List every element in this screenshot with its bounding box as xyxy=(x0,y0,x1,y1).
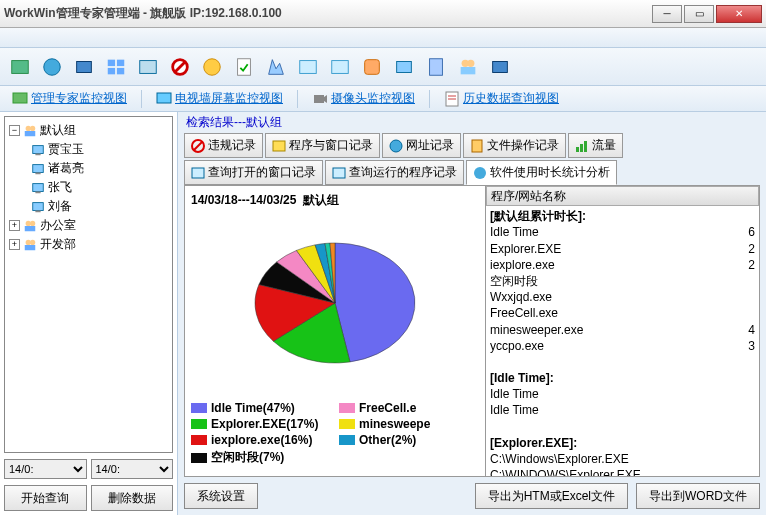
legend-item: 空闲时段(7%) xyxy=(191,449,331,466)
tab-traffic[interactable]: 流量 xyxy=(568,133,623,158)
tab-violation[interactable]: 违规记录 xyxy=(184,133,263,158)
legend-item: Other(2%) xyxy=(339,433,479,447)
legend-item: minesweepe xyxy=(339,417,479,431)
data-header: 程序/网站名称 xyxy=(486,186,759,206)
tb-icon-12[interactable] xyxy=(358,53,386,81)
minimize-button[interactable]: ─ xyxy=(652,5,682,23)
svg-point-48 xyxy=(390,140,402,152)
group-tree[interactable]: −默认组 贾宝玉 诸葛亮 张飞 刘备 +办公室 +开发部 xyxy=(4,116,173,453)
close-button[interactable]: ✕ xyxy=(716,5,762,23)
svg-rect-30 xyxy=(25,131,36,136)
tb-icon-4[interactable] xyxy=(102,53,130,81)
tb-icon-14[interactable] xyxy=(422,53,450,81)
svg-rect-12 xyxy=(300,60,317,73)
delete-button[interactable]: 删除数据 xyxy=(91,485,174,511)
tree-sibling[interactable]: +开发部 xyxy=(9,235,168,254)
svg-rect-0 xyxy=(12,60,29,73)
svg-rect-53 xyxy=(192,168,204,178)
tree-child[interactable]: 刘备 xyxy=(9,197,168,216)
tb-icon-8[interactable] xyxy=(230,53,258,81)
tb-icon-6[interactable] xyxy=(166,53,194,81)
export-word-button[interactable]: 导出到WORD文件 xyxy=(636,483,760,509)
legend-item: Idle Time(47%) xyxy=(191,401,331,415)
svg-rect-34 xyxy=(35,172,40,174)
date-from[interactable]: 14/0: xyxy=(4,459,87,479)
svg-point-1 xyxy=(44,58,61,75)
legend-item: FreeCell.e xyxy=(339,401,479,415)
svg-marker-24 xyxy=(324,95,327,103)
left-panel: −默认组 贾宝玉 诸葛亮 张飞 刘备 +办公室 +开发部 14/0: 14/0:… xyxy=(0,112,178,515)
svg-rect-15 xyxy=(397,61,412,72)
tab-query-programs[interactable]: 查询运行的程序记录 xyxy=(325,160,464,185)
tab-usage-stats[interactable]: 软件使用时长统计分析 xyxy=(466,160,617,185)
data-row: Idle Time xyxy=(490,386,755,402)
svg-rect-47 xyxy=(273,141,285,151)
tb-icon-3[interactable] xyxy=(70,53,98,81)
tb-icon-9[interactable] xyxy=(262,53,290,81)
svg-rect-20 xyxy=(493,61,508,72)
svg-rect-50 xyxy=(576,147,579,152)
data-row: C:\WINDOWS\Explorer.EXE xyxy=(490,467,755,476)
svg-point-10 xyxy=(204,58,221,75)
svg-rect-19 xyxy=(461,67,476,74)
svg-line-46 xyxy=(194,142,202,150)
tb-icon-16[interactable] xyxy=(486,53,514,81)
data-group-title: [默认组累计时长]: xyxy=(490,208,755,224)
tab-query-windows[interactable]: 查询打开的窗口记录 xyxy=(184,160,323,185)
tab-file-ops[interactable]: 文件操作记录 xyxy=(463,133,566,158)
data-panel[interactable]: 程序/网站名称 [默认组累计时长]:Idle Time6Explorer.EXE… xyxy=(485,186,759,476)
viewtab-tvwall[interactable]: 电视墙屏幕监控视图 xyxy=(150,88,289,109)
tb-icon-11[interactable] xyxy=(326,53,354,81)
maximize-button[interactable]: ▭ xyxy=(684,5,714,23)
bottom-buttons: 系统设置 导出为HTM或Excel文件 导出到WORD文件 xyxy=(178,477,766,515)
tab-program-window[interactable]: 程序与窗口记录 xyxy=(265,133,380,158)
content-area: 14/03/18---14/03/25 默认组 Idle Time(47%)Fr… xyxy=(184,185,760,477)
view-tabbar: 管理专家监控视图 电视墙屏幕监控视图 摄像头监控视图 历史数据查询视图 xyxy=(0,86,766,112)
date-to[interactable]: 14/0: xyxy=(91,459,174,479)
svg-rect-36 xyxy=(35,191,40,193)
record-tabs-row1: 违规记录 程序与窗口记录 网址记录 文件操作记录 流量 xyxy=(178,133,766,158)
svg-rect-7 xyxy=(140,60,157,73)
viewtab-camera[interactable]: 摄像头监控视图 xyxy=(306,88,421,109)
tree-child[interactable]: 贾宝玉 xyxy=(9,140,168,159)
chart-header: 14/03/18---14/03/25 默认组 xyxy=(191,192,479,209)
data-row: yccpo.exe3 xyxy=(490,338,755,354)
tree-root[interactable]: −默认组 xyxy=(9,121,168,140)
tree-child[interactable]: 诸葛亮 xyxy=(9,159,168,178)
data-row: C:\Windows\Explorer.EXE xyxy=(490,451,755,467)
tb-icon-7[interactable] xyxy=(198,53,226,81)
svg-rect-32 xyxy=(35,153,40,155)
data-row: iexplore.exe2 xyxy=(490,257,755,273)
svg-rect-14 xyxy=(365,59,380,74)
tab-url[interactable]: 网址记录 xyxy=(382,133,461,158)
legend-item: Explorer.EXE(17%) xyxy=(191,417,331,431)
data-row: Idle Time xyxy=(490,402,755,418)
svg-point-40 xyxy=(30,220,35,225)
data-row: Explorer.EXE2 xyxy=(490,241,755,257)
viewtab-history[interactable]: 历史数据查询视图 xyxy=(438,88,565,109)
query-button[interactable]: 开始查询 xyxy=(4,485,87,511)
data-group-title: [Idle Time]: xyxy=(490,370,755,386)
tb-icon-10[interactable] xyxy=(294,53,322,81)
export-html-excel-button[interactable]: 导出为HTM或Excel文件 xyxy=(475,483,628,509)
tree-child[interactable]: 张飞 xyxy=(9,178,168,197)
chart-area: 14/03/18---14/03/25 默认组 Idle Time(47%)Fr… xyxy=(185,186,485,476)
window-title: WorkWin管理专家管理端 - 旗舰版 IP:192.168.0.100 xyxy=(4,5,282,22)
data-group-title: [Explorer.EXE]: xyxy=(490,435,755,451)
tb-icon-1[interactable] xyxy=(6,53,34,81)
tb-icon-13[interactable] xyxy=(390,53,418,81)
tb-icon-15[interactable] xyxy=(454,53,482,81)
svg-rect-23 xyxy=(314,95,324,103)
svg-rect-11 xyxy=(238,58,251,75)
tree-sibling[interactable]: +办公室 xyxy=(9,216,168,235)
chart-legend: Idle Time(47%)FreeCell.eExplorer.EXE(17%… xyxy=(191,397,479,470)
svg-rect-5 xyxy=(108,67,115,73)
svg-point-55 xyxy=(474,167,486,179)
tb-icon-2[interactable] xyxy=(38,53,66,81)
viewtab-monitor[interactable]: 管理专家监控视图 xyxy=(6,88,133,109)
tb-icon-5[interactable] xyxy=(134,53,162,81)
svg-rect-33 xyxy=(33,164,44,172)
titlebar: WorkWin管理专家管理端 - 旗舰版 IP:192.168.0.100 ─ … xyxy=(0,0,766,28)
system-settings-button[interactable]: 系统设置 xyxy=(184,483,258,509)
svg-rect-44 xyxy=(25,245,36,250)
